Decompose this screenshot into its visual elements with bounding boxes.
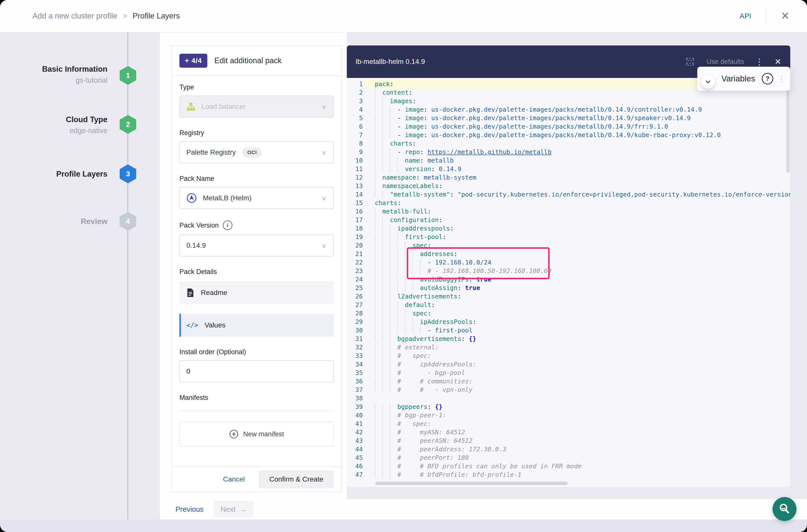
code-line-content: - repo: https://metallb.github.io/metall… <box>365 148 551 156</box>
help-icon[interactable]: ? <box>762 73 773 84</box>
stepper-step-review[interactable]: Review <box>81 217 108 227</box>
code-line[interactable]: 42 # myASN: 64512 <box>347 428 790 437</box>
code-line[interactable]: 38 <box>347 394 790 403</box>
code-line[interactable]: 43 # peerASN: 64512 <box>347 437 790 445</box>
info-icon[interactable]: i <box>223 221 232 230</box>
registry-select[interactable]: Palette Registry OCI ∨ <box>180 141 334 163</box>
pack-version-select[interactable]: 0.14.9 ∨ <box>180 234 334 256</box>
install-order-label: Install order (Optional) <box>180 348 334 356</box>
code-line[interactable]: 32 # external: <box>347 343 790 352</box>
code-line[interactable]: 37 # # - vpn-only <box>347 386 790 394</box>
next-button[interactable]: Next → <box>213 501 254 517</box>
api-link[interactable]: API <box>739 12 751 20</box>
code-line[interactable]: 19 first-pool: <box>347 233 790 241</box>
cancel-button[interactable]: Cancel <box>223 475 245 483</box>
editor-close-icon[interactable]: ✕ <box>774 58 781 66</box>
previous-button[interactable]: Previous <box>175 505 204 514</box>
load-balancer-icon <box>186 102 195 111</box>
step-2-hexagon[interactable]: 2 <box>120 115 136 134</box>
code-line[interactable]: 14 "metallb-system": "pod-security.kuber… <box>347 190 790 199</box>
stepper-step-cloud-type[interactable]: Cloud Type edge-native <box>66 115 108 135</box>
stepper-step-profile-layers[interactable]: Profile Layers <box>56 169 108 179</box>
code-line-content: ipaddresspools: <box>365 224 454 233</box>
code-line[interactable]: 41 # spec: <box>347 420 790 428</box>
code-line[interactable]: 18 ipaddresspools: <box>347 224 790 233</box>
code-line[interactable]: 8 charts: <box>347 139 790 148</box>
diff-compare-icon[interactable] <box>684 56 696 67</box>
pack-version-label-text: Pack Version <box>180 222 219 229</box>
code-line[interactable]: 17 configuration: <box>347 216 790 224</box>
code-line[interactable]: 23 # - 192.168.100.50-192.168.100.60 <box>347 267 790 275</box>
vertical-scrollbar-thumb[interactable] <box>786 86 790 173</box>
line-number: 7 <box>347 131 365 139</box>
code-line[interactable]: 33 # spec: <box>347 352 790 360</box>
code-line[interactable]: 3 images: <box>347 97 790 106</box>
code-line[interactable]: 10 name: metallb <box>347 156 790 165</box>
edit-pack-form: Type Load balancer ∨ Registry Palette Re… <box>172 76 341 467</box>
horizontal-scrollbar-thumb[interactable] <box>375 481 568 485</box>
close-icon[interactable]: ✕ <box>781 11 789 21</box>
code-line-content: - image: us-docker.pkg.dev/palette-image… <box>365 106 702 114</box>
code-line[interactable]: 47 # # bfdProfile: bfd-profile-1 <box>347 471 790 479</box>
code-line[interactable]: 40 # bgp-peer-1: <box>347 411 790 420</box>
code-line[interactable]: 4 - image: us-docker.pkg.dev/palette-ima… <box>347 106 790 114</box>
pack-name-select[interactable]: MetalLB (Helm) ∨ <box>180 187 334 209</box>
code-line[interactable]: 21 addresses: <box>347 250 790 258</box>
variables-kebab-icon[interactable]: ⋮ <box>778 75 785 82</box>
code-line[interactable]: 11 version: 0.14.9 <box>347 165 790 173</box>
support-search-button[interactable] <box>772 497 796 521</box>
horizontal-scrollbar[interactable] <box>364 481 784 486</box>
step-number: 2 <box>126 120 130 129</box>
code-line[interactable]: 26 l2advertisements: <box>347 292 790 301</box>
code-line[interactable]: 39 bgppeers: {} <box>347 403 790 411</box>
step-3-hexagon[interactable]: 3 <box>120 164 136 183</box>
line-number: 45 <box>347 454 365 462</box>
code-line[interactable]: 35 # - bgp-pool <box>347 369 790 377</box>
code-line[interactable]: 46 # # BFD profiles can only be used in … <box>347 462 790 471</box>
code-line[interactable]: 9 - repo: https://metallb.github.io/meta… <box>347 148 790 156</box>
code-line[interactable]: 13 namespaceLabels: <box>347 182 790 190</box>
code-line[interactable]: 34 # ipAddressPools: <box>347 360 790 369</box>
yaml-code-area[interactable]: 1pack:2 content:3 images:4 - image: us-d… <box>347 78 790 487</box>
code-line[interactable]: 25 autoAssign: true <box>347 284 790 292</box>
values-tab[interactable]: Values <box>180 314 334 337</box>
vertical-scrollbar[interactable] <box>786 79 790 477</box>
code-line[interactable]: 15charts: <box>347 199 790 207</box>
confirm-create-button[interactable]: Confirm & Create <box>259 470 334 488</box>
code-line[interactable]: 22 - 192.168.10.0/24 <box>347 258 790 267</box>
code-line-content: # # - vpn-only <box>365 386 472 394</box>
line-number: 21 <box>347 250 365 258</box>
code-line[interactable]: 30 - first-pool <box>347 326 790 335</box>
code-line[interactable]: 6 - image: us-docker.pkg.dev/palette-ima… <box>347 122 790 131</box>
code-line[interactable]: 28 spec: <box>347 309 790 318</box>
new-manifest-button[interactable]: New manifest <box>180 422 334 446</box>
code-line-content: # - 192.168.100.50-192.168.100.60 <box>365 267 551 275</box>
code-line[interactable]: 16 metallb-full: <box>347 207 790 216</box>
stepper-step-basic-information[interactable]: Basic Information gs-tutorial <box>42 64 108 84</box>
code-line[interactable]: 24 avoidBuggyIPs: true <box>347 275 790 284</box>
install-order-input[interactable]: 0 <box>180 360 334 382</box>
code-line[interactable]: 31 bgpadvertisements: {} <box>347 335 790 343</box>
code-line[interactable]: 7 - image: us-docker.pkg.dev/palette-ima… <box>347 131 790 139</box>
step-4-hexagon[interactable]: 4 <box>120 212 136 231</box>
code-line[interactable]: 12 namespace: metallb-system <box>347 173 790 182</box>
code-line[interactable]: 20 spec: <box>347 241 790 250</box>
code-line[interactable]: 36 # # communities: <box>347 377 790 386</box>
step-1-hexagon[interactable]: 1 <box>120 66 136 85</box>
code-line[interactable]: 5 - image: us-docker.pkg.dev/palette-ima… <box>347 114 790 122</box>
type-value: Load balancer <box>201 103 246 111</box>
use-defaults-button[interactable]: Use defaults <box>707 58 744 66</box>
code-line[interactable]: 27 default: <box>347 301 790 309</box>
line-number: 34 <box>347 360 365 369</box>
code-line[interactable]: 44 # peerAddress: 172.30.0.3 <box>347 445 790 454</box>
breadcrumb-parent[interactable]: Add a new cluster profile <box>33 12 117 20</box>
variables-collapse-button[interactable] <box>701 75 715 89</box>
kebab-menu-icon[interactable]: ⋮ <box>755 57 764 66</box>
code-line[interactable]: 45 # peerPort: 180 <box>347 454 790 462</box>
next-button-label: Next <box>221 505 236 514</box>
type-select[interactable]: Load balancer ∨ <box>180 96 334 118</box>
readme-tab[interactable]: Readme <box>180 281 334 304</box>
code-line[interactable]: 29 ipAddressPools: <box>347 318 790 326</box>
code-line-content: - image: us-docker.pkg.dev/palette-image… <box>365 114 691 122</box>
pack-details-label: Pack Details <box>180 268 334 276</box>
